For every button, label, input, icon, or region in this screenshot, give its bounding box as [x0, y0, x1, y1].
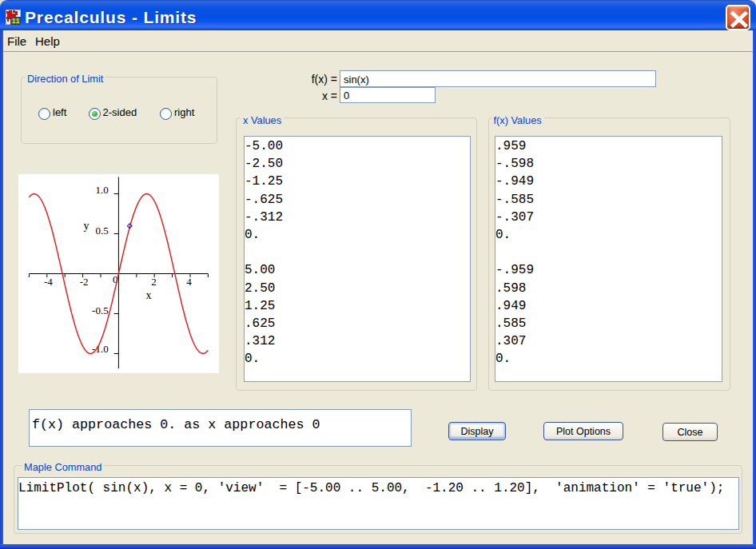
svg-text:-0.5: -0.5 — [92, 304, 109, 316]
svg-text:11: 11 — [11, 18, 19, 25]
svg-text:0.5: 0.5 — [95, 225, 108, 237]
svg-text:-1.0: -1.0 — [92, 343, 109, 355]
svg-text:x: x — [146, 289, 152, 301]
svg-text:-4: -4 — [44, 276, 53, 288]
svg-text:y: y — [84, 220, 90, 232]
svg-text:1.0: 1.0 — [95, 184, 108, 196]
svg-text:4: 4 — [186, 276, 192, 288]
svg-text:-2: -2 — [80, 276, 89, 288]
svg-text:2: 2 — [151, 276, 157, 288]
